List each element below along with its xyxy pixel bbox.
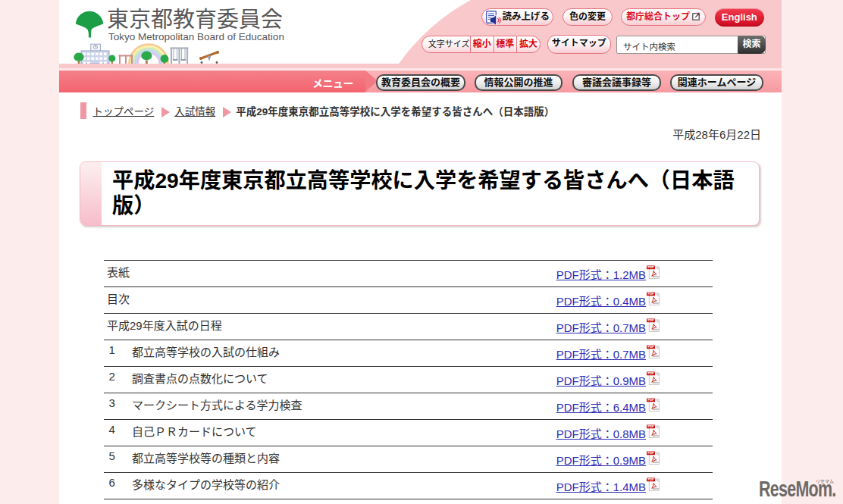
svg-text:PDF: PDF xyxy=(648,371,655,375)
svg-text:PDF: PDF xyxy=(648,477,655,481)
svg-text:PDF: PDF xyxy=(648,398,655,402)
svg-text:Adobe: Adobe xyxy=(653,408,660,411)
svg-text:Adobe: Adobe xyxy=(653,487,660,490)
svg-text:Adobe: Adobe xyxy=(653,302,660,305)
svg-text:Adobe: Adobe xyxy=(653,434,660,437)
svg-text:Adobe: Adobe xyxy=(653,328,660,331)
svg-text:PDF: PDF xyxy=(648,451,655,455)
svg-text:Adobe: Adobe xyxy=(653,381,660,384)
svg-text:PDF: PDF xyxy=(648,318,655,322)
svg-text:Adobe: Adobe xyxy=(653,275,660,278)
svg-text:PDF: PDF xyxy=(648,265,655,269)
svg-text:Adobe: Adobe xyxy=(653,461,660,464)
svg-text:PDF: PDF xyxy=(648,345,655,349)
svg-text:PDF: PDF xyxy=(648,424,655,428)
svg-text:Adobe: Adobe xyxy=(653,355,660,358)
svg-text:PDF: PDF xyxy=(648,292,655,296)
